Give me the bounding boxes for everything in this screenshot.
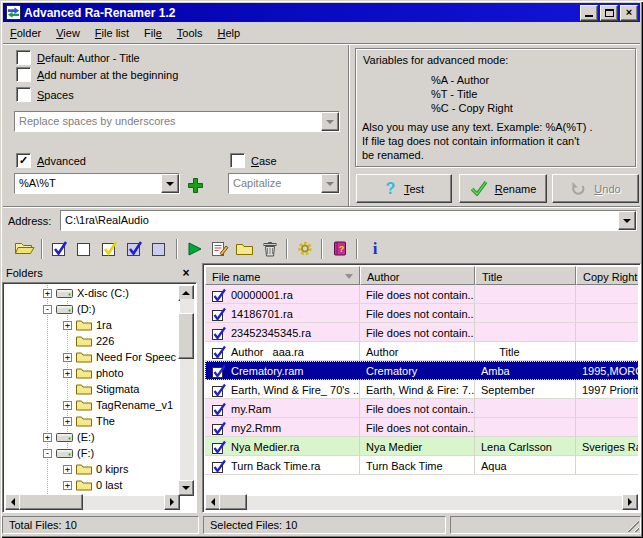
- case-mode-dropdown-button[interactable]: [321, 174, 339, 193]
- tree-item-d[interactable]: -(D:): [5, 301, 179, 317]
- menu-tools[interactable]: Tools: [170, 25, 210, 41]
- delete-trash-icon: [262, 241, 278, 257]
- tree-item-x-disc-c[interactable]: +X-disc (C:): [5, 285, 179, 301]
- edit-tags-button[interactable]: [207, 237, 232, 261]
- table-row[interactable]: my.RamFile does not contain...: [205, 399, 638, 418]
- menu-help[interactable]: Help: [211, 25, 248, 41]
- expand-toggle-icon[interactable]: +: [63, 353, 72, 362]
- rename-button[interactable]: Rename: [459, 174, 547, 203]
- settings-gear-button[interactable]: [292, 237, 317, 261]
- tree-scroll-right-button[interactable]: [164, 494, 180, 510]
- tree-item-the[interactable]: +The: [5, 413, 179, 429]
- tree-item-0-last[interactable]: +0 last: [5, 477, 179, 493]
- close-button[interactable]: ×: [620, 5, 638, 21]
- row-checkbox-checked-icon[interactable]: [211, 383, 226, 398]
- folders-close-button[interactable]: ×: [179, 266, 193, 280]
- row-checkbox-checked-icon[interactable]: [211, 421, 226, 436]
- tree-item-e[interactable]: +(E:): [5, 429, 179, 445]
- settings-gear-icon: [296, 240, 314, 257]
- table-row[interactable]: Author aaa.raAuthor Title: [205, 342, 638, 361]
- row-checkbox-checked-icon[interactable]: [211, 326, 226, 341]
- minimize-button[interactable]: [580, 5, 598, 21]
- advanced-checkbox[interactable]: ✓: [16, 153, 31, 168]
- tree-item-f[interactable]: -(F:): [5, 445, 179, 461]
- address-combobox[interactable]: C:\1ra\RealAudio: [60, 210, 637, 231]
- tree-item-226[interactable]: 226: [5, 333, 179, 349]
- row-checkbox-checked-icon[interactable]: [211, 440, 226, 455]
- row-checkbox-checked-icon[interactable]: [211, 307, 226, 322]
- spaces-mode-dropdown-button[interactable]: [321, 112, 339, 131]
- tree-item-photo[interactable]: +photo: [5, 365, 179, 381]
- list-horizontal-scrollbar-thumb[interactable]: [219, 494, 247, 510]
- menu-folder[interactable]: Folder: [3, 25, 48, 41]
- column-header-author[interactable]: Author: [360, 266, 475, 285]
- row-checkbox-checked-icon[interactable]: [211, 364, 226, 379]
- spaces-mode-combobox[interactable]: Replace spaces by underscores: [14, 111, 340, 132]
- tree-item-stigmata[interactable]: Stigmata: [5, 381, 179, 397]
- table-row[interactable]: my2.RmmFile does not contain...: [205, 418, 638, 437]
- undo-button[interactable]: Undo: [552, 174, 639, 203]
- address-dropdown-button[interactable]: [618, 211, 636, 230]
- info-about-button[interactable]: i: [362, 237, 387, 261]
- add-pattern-button[interactable]: [187, 177, 204, 194]
- table-row[interactable]: 00000001.raFile does not contain...: [205, 285, 638, 304]
- uncheck-all-button[interactable]: [72, 237, 97, 261]
- row-checkbox-checked-icon[interactable]: [211, 288, 226, 303]
- column-header-copy-right[interactable]: Copy Right: [576, 266, 638, 285]
- collapse-toggle-icon[interactable]: -: [43, 449, 52, 458]
- uncheck-tagged-button[interactable]: [147, 237, 172, 261]
- case-mode-combobox[interactable]: Capitalize: [228, 173, 340, 194]
- tree-vertical-scrollbar-thumb[interactable]: [178, 313, 194, 359]
- expand-toggle-icon[interactable]: +: [63, 401, 72, 410]
- table-row[interactable]: 23452345345.raFile does not contain...: [205, 323, 638, 342]
- list-scroll-right-button[interactable]: [622, 494, 638, 510]
- test-button[interactable]: ? Test: [356, 174, 452, 203]
- table-row[interactable]: Nya Medier.raNya MedierLena CarlssonSver…: [205, 437, 638, 456]
- resize-grip[interactable]: [627, 520, 639, 532]
- open-folder-button[interactable]: [12, 237, 37, 261]
- expand-toggle-icon[interactable]: +: [63, 481, 72, 490]
- spaces-checkbox[interactable]: [16, 87, 31, 102]
- tree-horizontal-scrollbar-thumb[interactable]: [19, 494, 83, 510]
- table-row[interactable]: 14186701.raFile does not contain...: [205, 304, 638, 323]
- advanced-pattern-combobox[interactable]: %A\%T: [14, 173, 180, 194]
- column-header-title[interactable]: Title: [475, 266, 576, 285]
- expand-toggle-icon[interactable]: +: [43, 433, 52, 442]
- tree-item-need-for-speec[interactable]: +Need For Speec: [5, 349, 179, 365]
- column-header-file-name[interactable]: File name: [205, 266, 360, 285]
- tree-item-label: The: [96, 415, 115, 427]
- new-folder-button[interactable]: [232, 237, 257, 261]
- row-checkbox-checked-icon[interactable]: [211, 459, 226, 474]
- menu-view[interactable]: View: [49, 25, 87, 41]
- delete-trash-button[interactable]: [257, 237, 282, 261]
- collapse-toggle-icon[interactable]: -: [43, 305, 52, 314]
- list-horizontal-scrollbar-track[interactable]: [219, 496, 624, 510]
- case-checkbox[interactable]: [230, 153, 245, 168]
- help-book-button[interactable]: ?: [327, 237, 352, 261]
- table-row[interactable]: Turn Back Time.raTurn Back TimeAqua: [205, 456, 638, 475]
- add-number-checkbox[interactable]: [16, 67, 31, 82]
- menu-file[interactable]: File: [137, 25, 169, 41]
- check-yellow-button[interactable]: [97, 237, 122, 261]
- default-checkbox[interactable]: [16, 50, 31, 65]
- expand-toggle-icon[interactable]: +: [63, 369, 72, 378]
- check-all-button[interactable]: [47, 237, 72, 261]
- expand-toggle-icon[interactable]: +: [63, 465, 72, 474]
- tree-item-1ra[interactable]: +1ra: [5, 317, 179, 333]
- tree-item-0-kiprs[interactable]: +0 kiprs: [5, 461, 179, 477]
- variable-title-line: %T - Title: [431, 88, 477, 100]
- maximize-button[interactable]: [600, 5, 618, 21]
- tree-item-tagrename-v1[interactable]: +TagRename_v1: [5, 397, 179, 413]
- advanced-pattern-dropdown-button[interactable]: [161, 174, 179, 193]
- expand-toggle-icon[interactable]: +: [43, 289, 52, 298]
- tree-scroll-down-button[interactable]: [178, 480, 194, 496]
- start-rename-button[interactable]: [182, 237, 207, 261]
- table-row[interactable]: Crematory.ramCrematoryAmba1995,MOROZ: [205, 361, 638, 380]
- expand-toggle-icon[interactable]: +: [63, 417, 72, 426]
- table-row[interactable]: Earth, Wind & Fire_ 70's ...Earth, Wind …: [205, 380, 638, 399]
- row-checkbox-checked-icon[interactable]: [211, 345, 226, 360]
- menu-file-list[interactable]: File list: [88, 25, 136, 41]
- expand-toggle-icon[interactable]: +: [63, 321, 72, 330]
- row-checkbox-checked-icon[interactable]: [211, 402, 226, 417]
- check-tagged-button[interactable]: [122, 237, 147, 261]
